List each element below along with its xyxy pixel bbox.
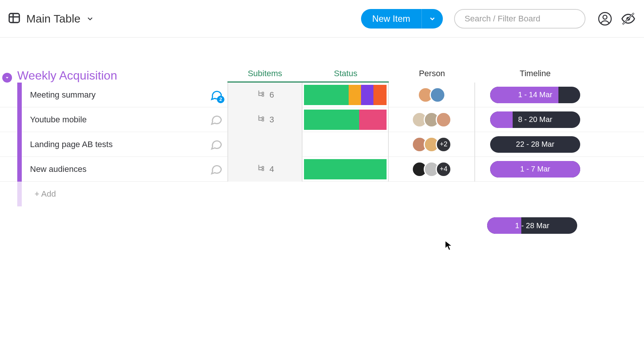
row-name-cell[interactable]: New audiences: [22, 162, 227, 177]
subitems-icon: [256, 163, 266, 175]
table-icon: [8, 11, 21, 26]
add-row[interactable]: + Add: [0, 182, 644, 206]
row-accent: [17, 132, 22, 157]
subitems-count: 6: [269, 90, 274, 100]
person-cell[interactable]: [389, 83, 475, 107]
svg-rect-9: [262, 92, 263, 93]
avatar-more: +4: [436, 161, 451, 177]
row-accent: [17, 107, 22, 132]
svg-rect-11: [262, 117, 263, 118]
row-name-cell[interactable]: Meeting summary 2: [22, 87, 227, 102]
row-accent: [17, 182, 22, 206]
subitems-count: 4: [269, 164, 274, 174]
avatar: [430, 87, 445, 103]
status-bar: [304, 85, 387, 105]
cursor-icon: [445, 240, 453, 252]
column-header-timeline[interactable]: Timeline: [483, 69, 588, 83]
row-name-text: Youtube mobile: [30, 115, 209, 125]
svg-rect-10: [262, 95, 263, 96]
status-cell[interactable]: [302, 157, 389, 182]
subitems-cell[interactable]: 6: [227, 83, 302, 107]
chat-icon[interactable]: [209, 137, 224, 152]
group-collapse-toggle[interactable]: [2, 73, 12, 83]
row-name-cell[interactable]: Youtube mobile: [22, 112, 227, 127]
subitems-cell[interactable]: 3: [227, 107, 302, 132]
row-accent: [17, 157, 22, 182]
subitems-cell[interactable]: [227, 132, 302, 157]
column-header-person[interactable]: Person: [389, 69, 475, 83]
board: Weekly Acquisition Subitems Status Perso…: [0, 38, 644, 238]
group-title[interactable]: Weekly Acquisition: [17, 69, 227, 83]
table-row: Youtube mobile 3 8 - 20 Mar: [0, 107, 644, 132]
column-header-subitems[interactable]: Subitems: [227, 69, 302, 83]
new-item-button[interactable]: New Item: [361, 9, 443, 29]
timeline-label: 1 - 7 Mar: [520, 165, 550, 173]
view-picker[interactable]: Main Table: [8, 11, 94, 26]
status-bar: [304, 110, 387, 130]
add-row-label: + Add: [22, 189, 56, 199]
timeline-label: 22 - 28 Mar: [516, 140, 554, 149]
chat-icon[interactable]: 2: [209, 87, 224, 102]
user-icon[interactable]: [597, 11, 613, 27]
avatar: [436, 112, 451, 128]
view-name: Main Table: [26, 12, 81, 25]
status-cell[interactable]: [302, 132, 389, 157]
timeline-summary-label: 1 - 28 Mar: [515, 221, 549, 230]
topbar: Main Table New Item: [0, 0, 644, 38]
chat-badge: 2: [217, 96, 224, 103]
subitems-icon: [256, 89, 266, 101]
new-item-label: New Item: [361, 14, 421, 24]
row-accent: [17, 83, 22, 107]
row-name-text: New audiences: [30, 164, 209, 174]
new-item-dropdown[interactable]: [422, 15, 443, 23]
chevron-down-icon: [86, 15, 94, 23]
row-name-cell[interactable]: Landing page AB tests: [22, 137, 227, 152]
table-row: New audiences 4 +4 1 - 7 Mar: [0, 157, 644, 182]
chat-icon[interactable]: [209, 112, 224, 127]
timeline-label: 1 - 14 Mar: [518, 90, 552, 99]
status-bar: [304, 159, 387, 179]
svg-marker-8: [6, 77, 9, 78]
subitems-count: 3: [269, 115, 274, 125]
table-row: Landing page AB tests +2 22 - 28 Mar: [0, 132, 644, 157]
timeline-cell[interactable]: 1 - 14 Mar: [483, 83, 588, 107]
subitems-icon: [256, 114, 266, 126]
column-header-status[interactable]: Status: [302, 69, 389, 83]
status-cell[interactable]: [302, 107, 389, 132]
search-input-wrap[interactable]: [454, 9, 585, 29]
person-cell[interactable]: +2: [389, 132, 475, 157]
svg-rect-14: [262, 169, 263, 170]
status-cell[interactable]: [302, 83, 389, 107]
eye-off-icon[interactable]: [620, 11, 636, 27]
person-cell[interactable]: [389, 107, 475, 132]
summary-row: 1 - 28 Mar: [0, 213, 644, 238]
search-input[interactable]: [465, 14, 575, 24]
row-name-text: Meeting summary: [30, 90, 209, 100]
svg-rect-13: [262, 166, 263, 168]
timeline-cell[interactable]: 22 - 28 Mar: [483, 132, 588, 157]
group-header-row: Weekly Acquisition Subitems Status Perso…: [0, 60, 644, 83]
svg-rect-12: [262, 119, 263, 121]
table-row: Meeting summary 2 6 1 - 14 Mar: [0, 83, 644, 107]
row-name-text: Landing page AB tests: [30, 140, 209, 149]
timeline-cell[interactable]: 8 - 20 Mar: [483, 107, 588, 132]
timeline-summary-cell[interactable]: 1 - 28 Mar: [476, 217, 588, 234]
timeline-cell[interactable]: 1 - 7 Mar: [483, 157, 588, 182]
chat-icon[interactable]: [209, 162, 224, 177]
svg-rect-0: [9, 14, 20, 23]
avatar-more: +2: [436, 137, 451, 152]
person-cell[interactable]: +4: [389, 157, 475, 182]
subitems-cell[interactable]: 4: [227, 157, 302, 182]
timeline-label: 8 - 20 Mar: [518, 115, 552, 124]
svg-point-4: [603, 15, 607, 19]
